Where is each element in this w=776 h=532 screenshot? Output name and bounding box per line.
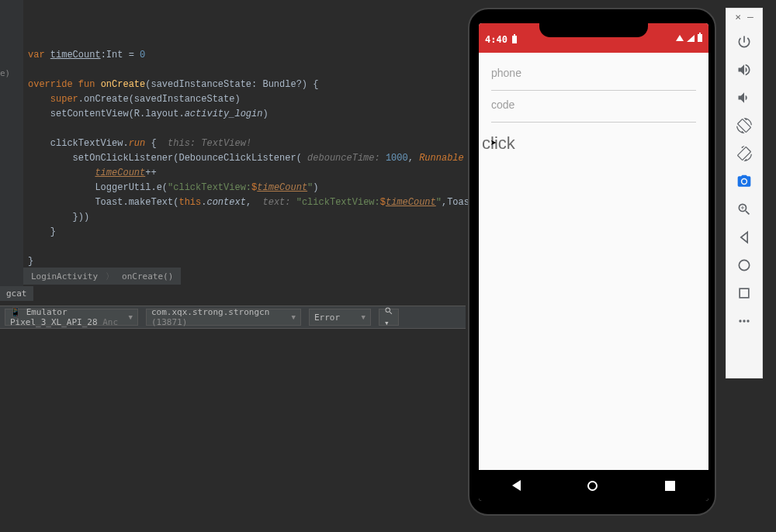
wifi-icon [676,35,684,41]
logcat-search[interactable]: ▾ [379,309,399,326]
phone-input[interactable]: phone [491,67,696,91]
screenshot-button[interactable] [732,169,757,194]
breadcrumb-method[interactable]: onCreate() [122,271,173,282]
rotate-right-button[interactable] [732,141,757,166]
logcat-toolbar: 📱 Emulator Pixel_3_XL_API_28 Anc ▼ com.x… [0,306,466,329]
breadcrumb-class[interactable]: LoginActivity [31,271,98,282]
volume-up-button[interactable] [732,57,757,82]
code-editor[interactable]: var timeCount:Int = 0 override fun onCre… [0,0,466,532]
android-nav-bar [479,470,708,501]
battery-icon [512,36,517,43]
search-icon: ▾ [384,306,393,328]
device-selector[interactable]: 📱 Emulator Pixel_3_XL_API_28 Anc ▼ [5,309,138,326]
code-input[interactable]: code [491,98,696,123]
emulator-device-frame: 4:40 phone code click [468,8,716,516]
home-button[interactable] [732,253,757,278]
chevron-down-icon: ▼ [129,313,133,321]
svg-point-4 [747,320,749,322]
emulator-toolbar: × – [726,8,763,378]
mouse-cursor-icon: ➤ [490,136,497,149]
log-level-selector[interactable]: Error ▼ [309,309,371,326]
emulator-screen[interactable]: 4:40 phone code click [479,23,708,501]
breadcrumb[interactable]: LoginActivity 〉 onCreate() [23,268,181,285]
device-notch [539,23,648,37]
svg-rect-1 [740,288,749,298]
svg-point-2 [739,320,741,322]
recents-button[interactable] [665,481,675,491]
status-time: 4:40 [485,34,508,45]
logcat-tab[interactable]: gcat [0,286,33,301]
svg-point-3 [743,320,745,322]
zoom-button[interactable] [732,197,757,222]
close-button[interactable]: × [735,12,741,22]
volume-down-button[interactable] [732,85,757,110]
editor-gutter [0,0,23,287]
back-button[interactable] [732,225,757,250]
more-button[interactable] [732,309,757,333]
rotate-left-button[interactable] [732,113,757,138]
overview-button[interactable] [732,281,757,306]
signal-icon [687,35,695,42]
power-button[interactable] [732,29,757,54]
chevron-down-icon: ▼ [292,313,296,321]
click-textview[interactable]: click [482,133,696,154]
back-button[interactable] [512,480,521,491]
home-button[interactable] [587,481,598,491]
process-selector[interactable]: com.xqx.strong.strongcn (13871) ▼ [146,309,301,326]
svg-point-0 [739,260,749,270]
chevron-down-icon: ▼ [362,313,365,321]
battery-icon [698,34,702,42]
minimize-button[interactable]: – [747,12,753,22]
